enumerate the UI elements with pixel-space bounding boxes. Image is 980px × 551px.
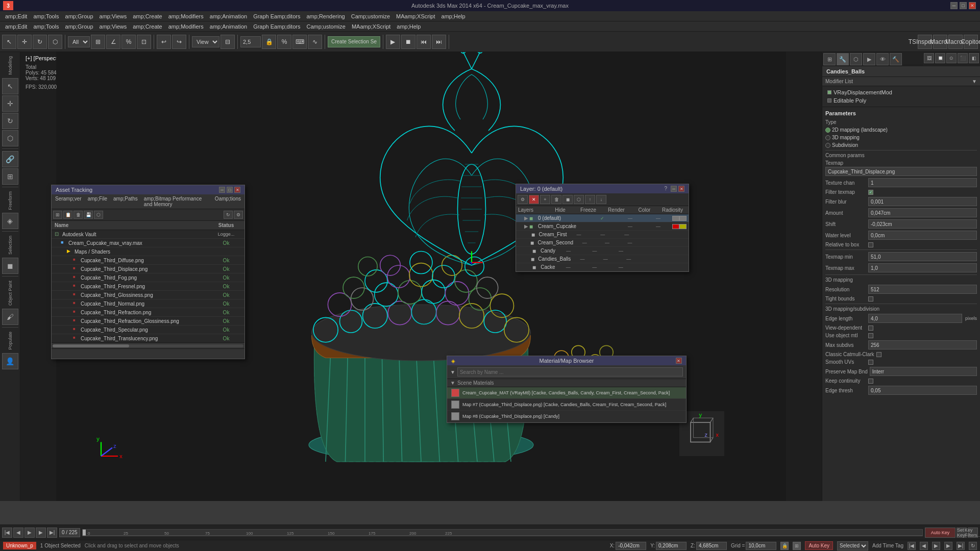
asset-menu-options[interactable]: Oamp;tions — [213, 195, 242, 208]
coord-icon[interactable]: ⊞ — [793, 542, 801, 550]
rpanel-scroll-area[interactable]: Parameters Type 2D mapping (landscape) 3… — [822, 107, 980, 501]
layer-panel-close[interactable]: ✕ — [678, 186, 684, 192]
sb-start-btn[interactable]: |◀ — [908, 542, 916, 550]
layer-merge-btn[interactable]: ⬡ — [574, 195, 584, 204]
layer-row-candiesballs[interactable]: ◼ Candies_Balls — — — — [516, 255, 689, 263]
redo-btn[interactable]: ↪ — [172, 35, 186, 49]
asset-row-translucency[interactable]: ■ Cupcake_Third_Translucency.png Ok — [52, 334, 244, 342]
modifier-dropdown-icon[interactable]: ▼ — [972, 79, 977, 84]
texmap-input[interactable] — [825, 167, 977, 176]
edge-length-input[interactable] — [868, 314, 962, 323]
keyboard-btn[interactable]: ⌨ — [292, 35, 307, 49]
edge-thresh-input[interactable] — [868, 386, 977, 395]
undo-btn[interactable]: ↩ — [157, 35, 171, 49]
layer-row-default[interactable]: ▶ ◼ 0 (default) ✓ — — — [516, 214, 689, 222]
menu-group-1[interactable]: amp;Group — [62, 12, 96, 20]
menu-rendering-1[interactable]: amp;Rendering — [303, 12, 348, 20]
asset-row-folder[interactable]: ▶ Maps / Shaders — [52, 247, 244, 256]
stop-btn[interactable]: ⏹ — [401, 35, 415, 49]
scale-btn[interactable]: ⬡ — [48, 35, 62, 49]
menu-edit-1[interactable]: amp;Edit — [2, 12, 30, 20]
tl-keyfilters-btn[interactable]: Key Filters... — [968, 528, 978, 538]
asset-menu-file[interactable]: amp;File — [86, 195, 109, 208]
asset-tb-1[interactable]: ⊞ — [53, 211, 62, 219]
layer-settings-btn[interactable]: ⚙ — [518, 195, 528, 204]
filter-texmap-cb[interactable]: ✓ — [868, 190, 873, 195]
asset-tb-3[interactable]: 🗑 — [74, 211, 83, 219]
asset-row-specular[interactable]: ■ Cupcake_Third_Specular.png Ok — [52, 325, 244, 334]
rpanel-tab-img-1[interactable]: 🖼 — [924, 53, 934, 63]
filter-blur-input[interactable] — [868, 197, 977, 206]
tl-prev-btn[interactable]: ◀ — [13, 528, 23, 538]
asset-panel-close[interactable]: ✕ — [234, 187, 240, 193]
mat-item-map7[interactable]: Map #7 (Cupcake_Third_Displace.png) [Cac… — [447, 399, 686, 411]
sidebar-select-icon[interactable]: ↖ — [2, 78, 18, 94]
menu-customize-1[interactable]: Camp;ustomize — [348, 12, 393, 20]
asset-tb-options[interactable]: ⚙ — [234, 211, 243, 219]
viewport[interactable]: [+] [Perspective] [Realistic + Edged Fac… — [20, 52, 822, 501]
menu-views-1[interactable]: amp;Views — [96, 12, 130, 20]
x-value[interactable]: -0,042cm — [616, 542, 646, 550]
layer-add-btn[interactable]: + — [540, 195, 550, 204]
asset-menu-paths[interactable]: amp;Paths — [112, 195, 139, 208]
asset-scrollbar[interactable] — [52, 342, 244, 348]
menu-group-2[interactable]: amp;Group — [62, 22, 96, 31]
type-2d-radio[interactable]: 2D mapping (landscape) — [825, 127, 888, 133]
asset-tb-4[interactable]: 💾 — [84, 211, 93, 219]
sidebar-sel-icon[interactable]: ◼ — [2, 258, 18, 274]
zoom-input[interactable] — [240, 36, 261, 47]
tight-bounds-cb[interactable] — [868, 296, 873, 302]
minimize-btn[interactable]: ─ — [950, 2, 958, 9]
sidebar-freeform-icon[interactable]: ◈ — [2, 213, 18, 229]
maximize-btn[interactable]: □ — [960, 2, 967, 9]
asset-panel-restore[interactable]: □ — [227, 187, 233, 193]
layer-row-creamcupcake[interactable]: ▶ ◼ Cream_Cupcake — — — [516, 222, 689, 231]
view-dropdown[interactable]: View — [192, 36, 219, 47]
close-btn[interactable]: ✕ — [969, 2, 976, 9]
layer-row-candy[interactable]: ◼ Candy — — — — [516, 247, 689, 255]
angle-snap-btn[interactable]: ∠ — [106, 35, 120, 49]
rpanel-tab-create[interactable]: ⊞ — [823, 53, 836, 65]
asset-row-vault[interactable]: ⊡ Autodesk Vault Logge... — [52, 230, 244, 239]
asset-row-refraction-gloss[interactable]: ■ Cupcake_Third_Refraction_Glossiness.pn… — [52, 317, 244, 325]
rpanel-tab-hierarchy[interactable]: ⬡ — [850, 53, 862, 65]
percent-btn[interactable]: % — [277, 35, 291, 49]
menu-rendering-2[interactable]: Camp;ustomize — [303, 22, 348, 31]
layer-panel-minimize[interactable]: ─ — [671, 186, 677, 192]
select-btn[interactable]: ↖ — [2, 35, 16, 49]
resolution-input[interactable] — [868, 285, 977, 294]
rpanel-tab-img-5[interactable]: ◧ — [969, 53, 979, 63]
sidebar-move-icon[interactable]: ✛ — [2, 95, 18, 112]
snap-btn[interactable]: ⊞ — [91, 35, 105, 49]
mat-scene-section[interactable]: ▼ Scene Materials — [447, 379, 686, 387]
layer-row-creamfirst[interactable]: ◼ Cream_First — — — — [516, 231, 689, 239]
asset-row-fresnel[interactable]: ■ Cupcake_Third_Fresnel.png Ok — [52, 282, 244, 291]
menu-views-2[interactable]: amp;Views — [96, 22, 130, 31]
asset-row-fog[interactable]: ■ Cupcake_Third_Fog.png Ok — [52, 273, 244, 282]
spinner-snap-btn[interactable]: ⊡ — [137, 35, 151, 49]
menu-help-2[interactable]: amp;Help — [394, 22, 424, 31]
relative-box-cb[interactable] — [868, 242, 873, 247]
modifier-editable-poly[interactable]: Editable Poly — [825, 96, 977, 105]
rpanel-tab-motion[interactable]: ▶ — [863, 53, 875, 65]
material-panel-close[interactable]: ✕ — [676, 358, 682, 364]
menu-modifiers-2[interactable]: amp;Modifiers — [165, 22, 207, 31]
lock-icon[interactable]: 🔒 — [780, 542, 789, 550]
view-dep-cb[interactable] — [868, 325, 873, 331]
asset-menu-bitmap[interactable]: amp;Bitmap Performance and Memory — [142, 195, 210, 208]
mat-item-map8[interactable]: Map #8 (Cupcake_Third_Displace.png) [Can… — [447, 411, 686, 422]
asset-tb-5[interactable]: ⬡ — [94, 211, 103, 219]
texmap-max-input[interactable] — [868, 263, 977, 272]
asset-row-glossiness[interactable]: ■ Cupcake_Third_Glossiness.png Ok — [52, 291, 244, 299]
menu-maxscript-1[interactable]: MAamp;XScript — [393, 12, 438, 20]
grid-value[interactable]: 10,0cm — [746, 542, 776, 550]
classic-catmull-cb[interactable] — [876, 352, 881, 357]
menu-graph-1[interactable]: Graph Eamp;ditors — [250, 12, 303, 20]
asset-scroll-track[interactable] — [53, 344, 243, 347]
copitor-btn[interactable]: Copitor — [964, 35, 978, 49]
asset-row-file[interactable]: ■ Cream_Cupcake_max_vray.max Ok — [52, 239, 244, 247]
texmap-min-input[interactable] — [868, 252, 977, 261]
type-sub-radio[interactable]: Subdivision — [825, 142, 858, 148]
tl-autokey-btn[interactable]: Auto Key — [925, 528, 955, 538]
asset-scroll-thumb[interactable] — [53, 344, 129, 347]
